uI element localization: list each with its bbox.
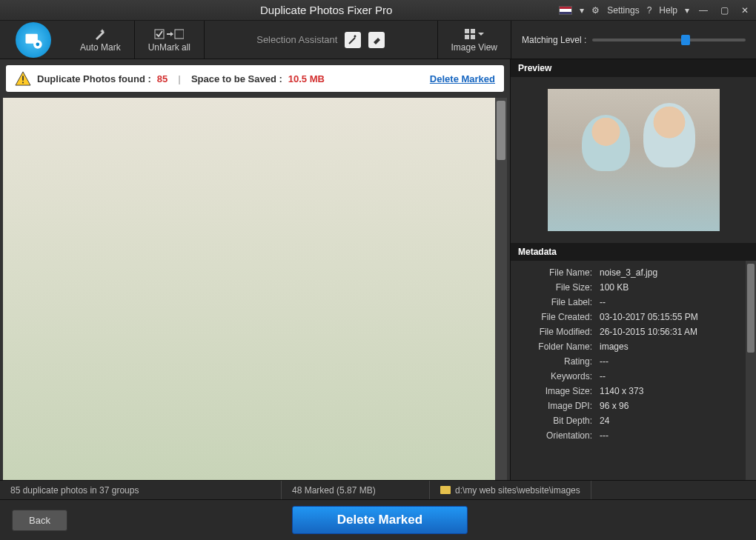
settings-menu[interactable]: Settings	[607, 5, 639, 16]
metadata-key: Image Size:	[518, 386, 592, 396]
close-button[interactable]: ✕	[738, 4, 752, 16]
svg-rect-9	[22, 76, 24, 80]
metadata-key: File Modified:	[518, 327, 592, 337]
metadata-key: Keywords:	[518, 371, 592, 381]
metadata-value: 100 KB	[600, 282, 629, 293]
metadata-row: File Name:noise_3_af.jpg	[518, 265, 743, 280]
metadata-key: File Name:	[518, 267, 592, 278]
title-bar: Duplicate Photos Fixer Pro ▾ ⚙ Settings …	[0, 0, 756, 21]
metadata-row: Keywords:--	[518, 369, 743, 384]
metadata-row: File Label:--	[518, 295, 743, 310]
metadata-key: Rating:	[518, 356, 592, 367]
metadata-value: 26-10-2015 10:56:31 AM	[600, 327, 697, 337]
auto-mark-button[interactable]: Auto Mark	[67, 21, 135, 59]
gear-icon: ⚙	[591, 5, 600, 16]
back-button[interactable]: Back	[12, 510, 67, 531]
status-marked: 48 Marked (5.87 MB)	[282, 481, 430, 499]
metadata-row: Folder Name:images	[518, 339, 743, 354]
metadata-value: --	[600, 297, 606, 307]
metadata-key: Folder Name:	[518, 341, 592, 352]
image-view-button[interactable]: Image View	[438, 21, 511, 59]
toolbar: Auto Mark UnMark all Selection Assistant…	[0, 21, 756, 59]
status-bar: 85 duplicate photos in 37 groups 48 Mark…	[0, 480, 756, 499]
metadata-key: Orientation:	[518, 430, 592, 441]
preview-pane: Preview Metadata File Name:noise_3_af.jp…	[510, 59, 756, 480]
svg-rect-7	[465, 35, 469, 39]
svg-rect-5	[465, 29, 469, 33]
app-logo	[0, 21, 67, 59]
bottom-bar: Back Delete Marked	[0, 499, 756, 540]
help-menu[interactable]: Help	[659, 5, 677, 16]
app-title: Duplicate Photos Fixer Pro	[93, 4, 559, 16]
info-bar: Duplicate Photos found : 85 | Space to b…	[6, 65, 504, 92]
svg-point-2	[36, 42, 40, 46]
metadata-value: 96 x 96	[600, 401, 629, 411]
metadata-value: noise_3_af.jpg	[600, 267, 657, 278]
wand-icon	[94, 27, 106, 41]
metadata-key: File Created:	[518, 312, 592, 322]
metadata-key: Bit Depth:	[518, 416, 592, 426]
space-value: 10.5 MB	[288, 73, 325, 84]
metadata-header: Metadata	[511, 243, 756, 261]
grid-icon	[465, 27, 484, 41]
metadata-row: Orientation:---	[518, 428, 743, 443]
scrollbar-thumb[interactable]	[497, 101, 505, 160]
metadata-row: Rating:---	[518, 354, 743, 369]
unmark-all-button[interactable]: UnMark all	[135, 21, 205, 59]
preview-image	[548, 89, 720, 231]
chevron-down-icon[interactable]: ▾	[685, 5, 689, 16]
warning-icon	[15, 71, 31, 86]
metadata-value: --	[600, 371, 606, 381]
status-summary: 85 duplicate photos in 37 groups	[0, 481, 282, 499]
delete-marked-link[interactable]: Delete Marked	[430, 73, 495, 84]
minimize-button[interactable]: —	[697, 4, 710, 16]
found-count: 85	[157, 73, 168, 84]
selection-assistant[interactable]: Selection Assistant	[205, 21, 437, 59]
metadata-value: 24	[600, 416, 609, 426]
svg-rect-4	[175, 30, 184, 39]
auto-mark-label: Auto Mark	[80, 42, 121, 53]
metadata-key: Image DPI:	[518, 401, 592, 411]
metadata-value: 1140 x 373	[600, 386, 643, 396]
metadata-value: 03-10-2017 05:15:55 PM	[600, 312, 698, 322]
maximize-button[interactable]: ▢	[717, 4, 731, 16]
metadata-value: ---	[600, 356, 609, 367]
scrollbar[interactable]	[495, 98, 507, 480]
delete-marked-button[interactable]: Delete Marked	[292, 506, 468, 534]
space-label: Space to be Saved :	[191, 73, 282, 84]
metadata-row: File Size:100 KB	[518, 280, 743, 295]
scrollbar[interactable]	[746, 261, 756, 480]
metadata-row: Bit Depth:24	[518, 413, 743, 428]
wand-square-icon[interactable]	[345, 32, 361, 48]
metadata-row: Image DPI:96 x 96	[518, 399, 743, 413]
metadata-row: File Created:03-10-2017 05:15:55 PM	[518, 310, 743, 324]
svg-rect-6	[471, 29, 475, 33]
scrollbar-thumb[interactable]	[747, 264, 755, 353]
svg-rect-10	[22, 82, 24, 84]
matching-level-label: Matching Level :	[522, 35, 586, 45]
matching-level-slider[interactable]	[592, 39, 746, 41]
chevron-down-icon[interactable]: ▾	[580, 5, 584, 16]
language-flag-icon[interactable]	[559, 6, 572, 15]
svg-rect-8	[471, 35, 475, 39]
metadata-row: Image Size:1140 x 373	[518, 384, 743, 399]
metadata-key: File Label:	[518, 297, 592, 307]
matching-level-control: Matching Level :	[511, 21, 756, 59]
metadata-value: ---	[600, 430, 609, 441]
metadata-key: File Size:	[518, 282, 592, 293]
status-path: d:\my web sites\website\images	[430, 481, 591, 499]
metadata-value: images	[600, 341, 629, 352]
photo-card[interactable]	[242, 392, 464, 442]
preview-header: Preview	[511, 59, 756, 77]
help-icon: ?	[647, 5, 652, 16]
selection-assistant-label: Selection Assistant	[256, 34, 337, 45]
metadata-row: File Modified:26-10-2015 10:56:31 AM	[518, 324, 743, 339]
folder-icon	[440, 486, 451, 494]
image-view-label: Image View	[451, 42, 497, 53]
unmark-all-label: UnMark all	[148, 42, 190, 53]
found-label: Duplicate Photos found :	[37, 73, 151, 84]
unmark-icon	[154, 27, 184, 41]
eraser-square-icon[interactable]	[368, 32, 385, 48]
results-pane: Duplicate Photos found : 85 | Space to b…	[0, 59, 510, 480]
slider-thumb[interactable]	[681, 35, 690, 45]
